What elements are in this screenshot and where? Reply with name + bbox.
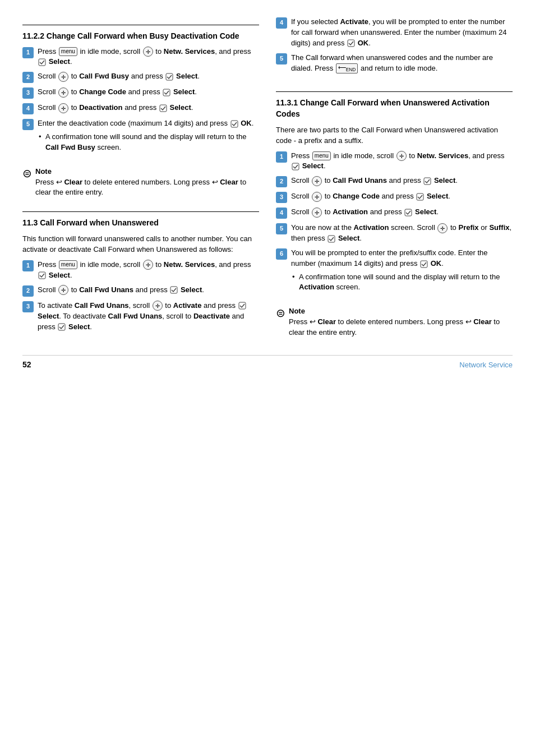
step-num-5c: 5 bbox=[276, 223, 287, 234]
svg-rect-9 bbox=[348, 40, 354, 47]
note-content-2: Note Press ↩ Clear to delete entered num… bbox=[289, 306, 513, 338]
step-num-5: 5 bbox=[22, 119, 34, 130]
step-num-3b: 3 bbox=[22, 301, 34, 312]
section-title-11-2-2: 11.2.2 Change Call Forward when Busy Dea… bbox=[22, 31, 259, 42]
step-11-3-1-3: 3 Scroll to Change Code and press Select… bbox=[276, 191, 513, 203]
step-text-2: Scroll to Call Fwd Busy and press Select… bbox=[38, 71, 259, 82]
select-icon bbox=[38, 270, 46, 281]
svg-rect-5 bbox=[39, 272, 45, 279]
step-11-3-1: 1 Press menu in idle mode, scroll to Net… bbox=[22, 260, 259, 281]
select-icon bbox=[58, 322, 66, 333]
rule-11-2-2 bbox=[22, 25, 259, 25]
step-text-1: Press menu in idle mode, scroll to Netw.… bbox=[38, 47, 259, 68]
back-icon-3: ↩ bbox=[310, 317, 316, 326]
bullet-list-5: A confirmation tone will sound and the d… bbox=[38, 132, 259, 152]
step-num-1c: 1 bbox=[276, 151, 287, 163]
step-text-4c: Scroll to Activation and press Select. bbox=[291, 207, 513, 218]
section-intro-11-3-1: There are two parts to the Call Forward … bbox=[276, 125, 513, 146]
end-icon: ⟵END bbox=[336, 63, 358, 74]
step-num-5r: 5 bbox=[276, 53, 287, 64]
step-num-2: 2 bbox=[22, 72, 34, 83]
scroll-icon bbox=[312, 208, 322, 218]
step-text-1b: Press menu in idle mode, scroll to Netw.… bbox=[38, 260, 259, 281]
rule-11-3 bbox=[22, 211, 259, 212]
step-11-3-4: 4 If you selected Activate, you will be … bbox=[276, 17, 513, 49]
select-icon bbox=[238, 301, 246, 311]
svg-rect-4 bbox=[231, 121, 238, 127]
svg-rect-7 bbox=[239, 302, 246, 309]
scroll-icon bbox=[153, 301, 163, 311]
steps-11-3-right: 4 If you selected Activate, you will be … bbox=[276, 17, 513, 73]
step-11-3-3: 3 To activate Call Fwd Unans, scroll to … bbox=[22, 301, 259, 333]
step-11-2-2-2: 2 Scroll to Call Fwd Busy and press Sele… bbox=[22, 71, 259, 83]
select-icon bbox=[159, 103, 167, 114]
scroll-icon bbox=[312, 176, 322, 186]
step-text-3c: Scroll to Change Code and press Select. bbox=[291, 191, 513, 202]
select-icon bbox=[230, 119, 238, 130]
step-text-2c: Scroll to Call Fwd Unans and press Selec… bbox=[291, 176, 513, 186]
left-column: 11.2.2 Change Call Forward when Busy Dea… bbox=[22, 17, 259, 344]
select-icon bbox=[163, 87, 170, 98]
menu-icon: menu bbox=[59, 47, 77, 56]
note-icon: ⊜ bbox=[22, 167, 32, 180]
svg-rect-14 bbox=[328, 236, 335, 242]
step-text-4: Scroll to Deactivation and press Select. bbox=[38, 103, 259, 113]
step-11-3-1-4: 4 Scroll to Activation and press Select. bbox=[276, 207, 513, 219]
scroll-icon bbox=[58, 87, 68, 98]
step-text-4r: If you selected Activate, you will be pr… bbox=[291, 17, 513, 49]
svg-rect-3 bbox=[160, 105, 167, 112]
rule-11-3-1 bbox=[276, 91, 513, 92]
svg-rect-13 bbox=[405, 209, 412, 216]
step-num-3c: 3 bbox=[276, 192, 287, 203]
svg-rect-11 bbox=[424, 178, 431, 185]
step-11-3-1-5: 5 You are now at the Activation screen. … bbox=[276, 223, 513, 244]
note-icon-2: ⊜ bbox=[276, 306, 285, 320]
page-label: Network Service bbox=[459, 361, 513, 369]
bullet-item: A confirmation tone will sound and the d… bbox=[38, 132, 259, 152]
scroll-icon bbox=[396, 151, 407, 161]
step-11-3-1-2: 2 Scroll to Call Fwd Unans and press Sel… bbox=[276, 176, 513, 187]
svg-rect-10 bbox=[292, 163, 299, 170]
step-11-3-5: 5 The Call forward when unanswered codes… bbox=[276, 53, 513, 74]
step-text-1c: Press menu in idle mode, scroll to Netw.… bbox=[291, 151, 513, 172]
svg-rect-8 bbox=[58, 324, 65, 330]
select-icon bbox=[423, 176, 431, 187]
step-num-2c: 2 bbox=[276, 176, 287, 187]
select-icon bbox=[170, 285, 178, 296]
step-num-3: 3 bbox=[22, 87, 34, 99]
note-content: Note Press ↩ Clear to delete entered num… bbox=[35, 167, 259, 199]
step-11-2-2-1: 1 Press menu in idle mode, scroll to Net… bbox=[22, 47, 259, 68]
step-11-3-2: 2 Scroll to Call Fwd Unans and press Sel… bbox=[22, 285, 259, 297]
step-text-5c: You are now at the Activation screen. Sc… bbox=[291, 223, 513, 244]
select-icon bbox=[404, 208, 412, 218]
step-num-1: 1 bbox=[22, 47, 34, 58]
step-num-1b: 1 bbox=[22, 260, 34, 271]
step-11-3-1-6: 6 You will be prompted to enter the pref… bbox=[276, 248, 513, 293]
steps-11-3-1: 1 Press menu in idle mode, scroll to Net… bbox=[276, 151, 513, 298]
select-icon bbox=[347, 38, 355, 49]
svg-rect-12 bbox=[417, 193, 423, 200]
svg-rect-2 bbox=[163, 89, 170, 96]
step-text-5: Enter the deactivation code (maximum 14 … bbox=[38, 118, 259, 153]
step-text-5r: The Call forward when unanswered codes a… bbox=[291, 53, 513, 74]
step-text-3b: To activate Call Fwd Unans, scroll to Ac… bbox=[38, 301, 259, 333]
page-number: 52 bbox=[22, 360, 31, 369]
back-icon: ↩ bbox=[56, 178, 62, 186]
select-icon bbox=[416, 192, 424, 202]
step-11-2-2-5: 5 Enter the deactivation code (maximum 1… bbox=[22, 118, 259, 153]
select-icon bbox=[292, 162, 299, 172]
section-title-11-3: 11.3 Call Forward when Unanswered bbox=[22, 218, 259, 229]
scroll-icon bbox=[143, 47, 153, 57]
right-column: 4 If you selected Activate, you will be … bbox=[276, 17, 513, 344]
scroll-icon bbox=[312, 192, 322, 202]
steps-11-3: 1 Press menu in idle mode, scroll to Net… bbox=[22, 260, 259, 336]
select-icon bbox=[420, 259, 428, 269]
svg-rect-15 bbox=[421, 261, 427, 268]
note-box-11-3-1: ⊜ Note Press ↩ Clear to delete entered n… bbox=[276, 306, 513, 338]
svg-rect-1 bbox=[166, 73, 173, 80]
step-num-4r: 4 bbox=[276, 17, 287, 29]
page-footer: 52 Network Service bbox=[22, 355, 513, 369]
svg-rect-0 bbox=[39, 59, 45, 66]
select-icon bbox=[165, 72, 173, 82]
back-icon-4: ↩ bbox=[465, 317, 472, 326]
